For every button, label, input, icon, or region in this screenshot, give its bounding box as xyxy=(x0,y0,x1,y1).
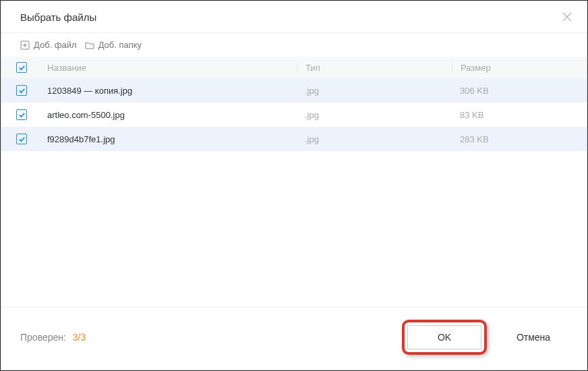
dialog-title: Выбрать файлы xyxy=(20,11,96,23)
close-button[interactable] xyxy=(561,11,573,23)
header-name[interactable]: Название xyxy=(42,63,297,73)
check-icon xyxy=(18,64,26,72)
table-row[interactable]: 1203849 — копия.jpg .jpg 306 KB xyxy=(1,78,587,103)
cancel-button[interactable]: Отмена xyxy=(496,325,570,349)
ok-highlight: OK xyxy=(402,320,487,355)
row-size: 283 KB xyxy=(452,134,587,144)
row-name: f9289d4b7fe1.jpg xyxy=(42,134,297,144)
add-folder-label: Доб. папку xyxy=(98,40,142,50)
row-checkbox[interactable] xyxy=(16,109,27,120)
check-icon xyxy=(18,111,26,119)
status-label: Проверен: xyxy=(20,332,66,343)
row-name: artleo.com-5500.jpg xyxy=(42,110,297,120)
row-type: .jpg xyxy=(297,110,452,120)
plus-square-icon xyxy=(20,40,30,50)
add-folder-button[interactable]: Доб. папку xyxy=(85,40,142,50)
table-header: Название Тип Размер xyxy=(1,57,587,78)
row-size: 306 KB xyxy=(452,86,587,96)
add-file-button[interactable]: Доб. файл xyxy=(20,40,77,50)
status-count: 3/3 xyxy=(73,332,86,343)
row-checkbox[interactable] xyxy=(16,134,27,144)
header-size[interactable]: Размер xyxy=(452,63,587,73)
row-name: 1203849 — копия.jpg xyxy=(42,86,297,96)
add-file-label: Доб. файл xyxy=(34,40,77,50)
folder-icon xyxy=(85,40,94,50)
toolbar: Доб. файл Доб. папку xyxy=(1,33,587,57)
row-type: .jpg xyxy=(297,134,452,144)
table-body: 1203849 — копия.jpg .jpg 306 KB artleo.c… xyxy=(1,78,587,307)
table-row[interactable]: artleo.com-5500.jpg .jpg 83 KB xyxy=(1,103,587,127)
check-icon xyxy=(18,87,26,94)
header-type[interactable]: Тип xyxy=(297,63,452,73)
titlebar: Выбрать файлы xyxy=(1,1,587,33)
file-dialog: Выбрать файлы Доб. файл Доб. папку Назва… xyxy=(1,1,587,370)
row-size: 83 KB xyxy=(452,110,587,120)
table-row[interactable]: f9289d4b7fe1.jpg .jpg 283 KB xyxy=(1,127,587,151)
status-text: Проверен: 3/3 xyxy=(20,332,86,343)
row-type: .jpg xyxy=(297,86,452,96)
footer-buttons: OK Отмена xyxy=(402,320,570,355)
check-icon xyxy=(18,136,26,143)
select-all-checkbox[interactable] xyxy=(16,62,27,73)
close-icon xyxy=(562,11,572,22)
row-checkbox[interactable] xyxy=(16,85,27,96)
footer: Проверен: 3/3 OK Отмена xyxy=(1,307,587,370)
ok-button[interactable]: OK xyxy=(407,325,481,349)
